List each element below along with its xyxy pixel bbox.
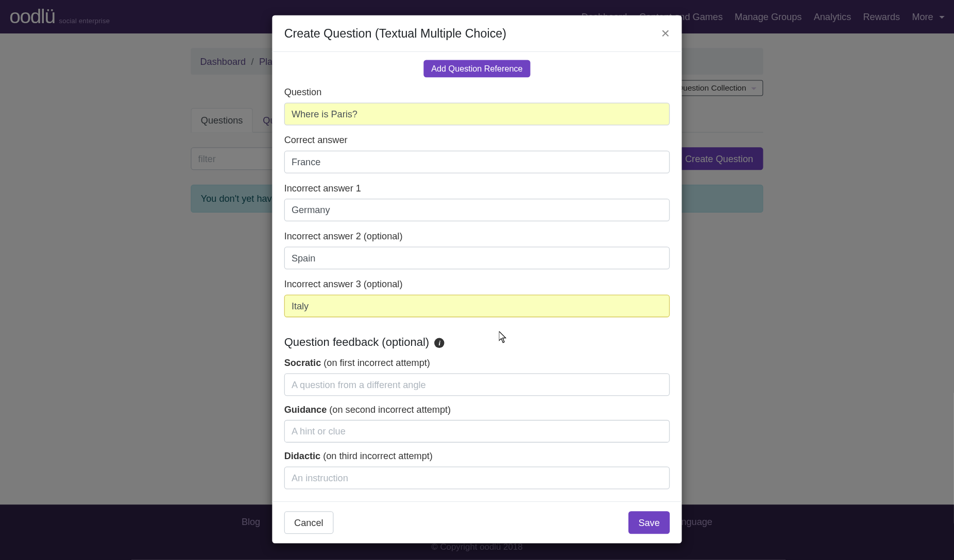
guidance-label: Guidance (on second incorrect attempt) [284, 404, 670, 415]
incorrect1-label: Incorrect answer 1 [284, 183, 670, 194]
add-question-reference-button[interactable]: Add Question Reference [423, 60, 531, 78]
didactic-input[interactable] [284, 467, 670, 489]
incorrect2-label: Incorrect answer 2 (optional) [284, 231, 670, 241]
socratic-input[interactable] [284, 373, 670, 396]
create-question-modal: Create Question (Textual Multiple Choice… [272, 15, 682, 544]
guidance-input[interactable] [284, 420, 670, 443]
socratic-label: Socratic (on first incorrect attempt) [284, 357, 670, 368]
incorrect3-label: Incorrect answer 3 (optional) [284, 278, 670, 289]
question-input[interactable] [284, 102, 670, 125]
info-icon[interactable]: i [435, 338, 445, 347]
correct-answer-label: Correct answer [284, 135, 670, 146]
save-button[interactable]: Save [628, 511, 670, 534]
incorrect1-input[interactable] [284, 199, 670, 221]
question-label: Question [284, 86, 670, 97]
close-icon[interactable]: × [661, 26, 670, 41]
feedback-section-title: Question feedback (optional) i [284, 336, 670, 349]
incorrect2-input[interactable] [284, 247, 670, 269]
modal-title: Create Question (Textual Multiple Choice… [284, 26, 506, 40]
correct-answer-input[interactable] [284, 151, 670, 173]
incorrect3-input[interactable] [284, 294, 670, 317]
didactic-label: Didactic (on third incorrect attempt) [284, 450, 670, 461]
cancel-button[interactable]: Cancel [284, 511, 333, 534]
